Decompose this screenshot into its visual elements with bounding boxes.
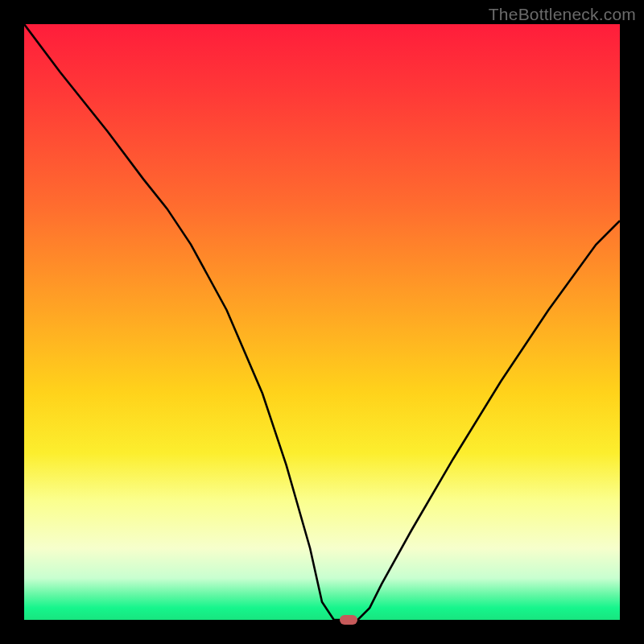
- minimum-marker: [340, 615, 357, 625]
- bottleneck-curve: [24, 24, 620, 620]
- curve-svg: [24, 24, 620, 620]
- chart-frame: TheBottleneck.com: [0, 0, 644, 644]
- watermark-text: TheBottleneck.com: [489, 5, 636, 24]
- plot-area: [24, 24, 620, 620]
